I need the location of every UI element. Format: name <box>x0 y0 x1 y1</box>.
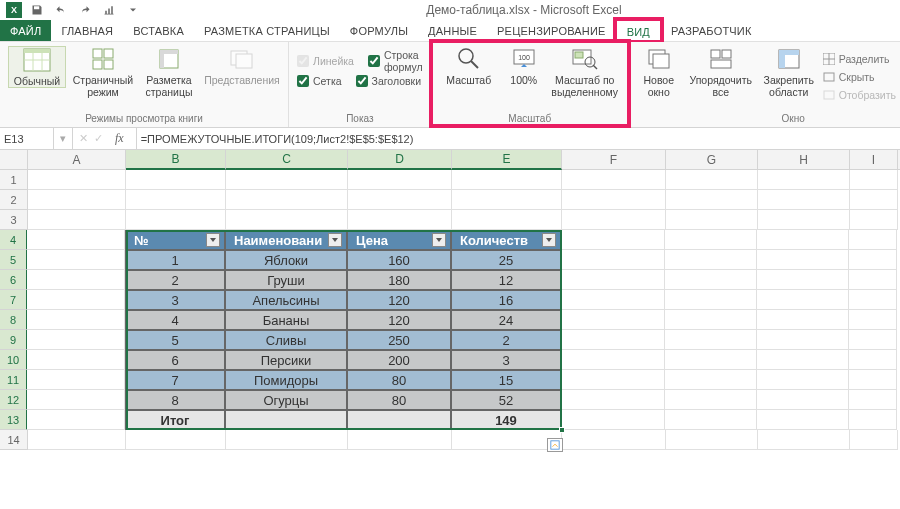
row-header-3[interactable]: 3 <box>0 210 28 230</box>
name-box[interactable]: E13 <box>0 128 54 149</box>
cell-D6[interactable]: 180 <box>347 270 451 290</box>
cell-D2[interactable] <box>348 190 452 210</box>
cell-A13[interactable] <box>27 410 125 430</box>
cell-A6[interactable] <box>27 270 125 290</box>
col-header-H[interactable]: H <box>758 150 850 169</box>
cell-I4[interactable] <box>849 230 897 250</box>
cell-G10[interactable] <box>665 350 757 370</box>
unhide-button[interactable]: Отобразить <box>823 86 896 104</box>
cell-F3[interactable] <box>562 210 666 230</box>
filter-arrow-icon[interactable] <box>328 233 342 247</box>
cell-F12[interactable] <box>561 390 665 410</box>
cell-C9[interactable]: Сливы <box>225 330 347 350</box>
cell-D3[interactable] <box>348 210 452 230</box>
cell-F2[interactable] <box>562 190 666 210</box>
col-header-I[interactable]: I <box>850 150 898 169</box>
cell-B4[interactable]: № <box>125 230 225 250</box>
cell-C5[interactable]: Яблоки <box>225 250 347 270</box>
cell-A7[interactable] <box>27 290 125 310</box>
cell-G4[interactable] <box>665 230 757 250</box>
cell-H6[interactable] <box>757 270 849 290</box>
cell-G5[interactable] <box>665 250 757 270</box>
cell-F6[interactable] <box>561 270 665 290</box>
cell-H1[interactable] <box>758 170 850 190</box>
custom-views-button[interactable]: Представления <box>204 46 280 86</box>
col-header-A[interactable]: A <box>28 150 126 169</box>
cell-A12[interactable] <box>27 390 125 410</box>
cell-C3[interactable] <box>226 210 348 230</box>
col-header-B[interactable]: B <box>126 150 226 170</box>
cell-D9[interactable]: 250 <box>347 330 451 350</box>
cell-B1[interactable] <box>126 170 226 190</box>
col-header-C[interactable]: C <box>226 150 348 170</box>
cell-I12[interactable] <box>849 390 897 410</box>
cell-A1[interactable] <box>28 170 126 190</box>
cell-I9[interactable] <box>849 330 897 350</box>
tab-home[interactable]: ГЛАВНАЯ <box>51 20 123 41</box>
tab-developer[interactable]: РАЗРАБОТЧИК <box>661 20 762 41</box>
cell-I1[interactable] <box>850 170 898 190</box>
cell-D7[interactable]: 120 <box>347 290 451 310</box>
cell-D12[interactable]: 80 <box>347 390 451 410</box>
cell-I13[interactable] <box>849 410 897 430</box>
tab-insert[interactable]: ВСТАВКА <box>123 20 194 41</box>
cell-C2[interactable] <box>226 190 348 210</box>
cell-I11[interactable] <box>849 370 897 390</box>
cancel-icon[interactable]: ✕ <box>79 132 88 145</box>
cell-B9[interactable]: 5 <box>125 330 225 350</box>
cell-D5[interactable]: 160 <box>347 250 451 270</box>
headings-checkbox[interactable]: Заголовки <box>356 72 422 90</box>
tab-review[interactable]: РЕЦЕНЗИРОВАНИЕ <box>487 20 616 41</box>
cell-C1[interactable] <box>226 170 348 190</box>
row-header-13[interactable]: 13 <box>0 410 28 430</box>
row-header-7[interactable]: 7 <box>0 290 28 310</box>
cell-C8[interactable]: Бананы <box>225 310 347 330</box>
cell-I3[interactable] <box>850 210 898 230</box>
cell-B3[interactable] <box>126 210 226 230</box>
cell-E10[interactable]: 3 <box>451 350 561 370</box>
freeze-panes-button[interactable]: Закрепить области <box>761 46 817 98</box>
cell-G9[interactable] <box>665 330 757 350</box>
row-header-10[interactable]: 10 <box>0 350 28 370</box>
cell-A2[interactable] <box>28 190 126 210</box>
cell-B2[interactable] <box>126 190 226 210</box>
cell-H8[interactable] <box>757 310 849 330</box>
tab-data[interactable]: ДАННЫЕ <box>418 20 487 41</box>
cell-B12[interactable]: 8 <box>125 390 225 410</box>
zoom-button[interactable]: Масштаб <box>440 46 498 86</box>
cell-F9[interactable] <box>561 330 665 350</box>
cell-G7[interactable] <box>665 290 757 310</box>
cell-A3[interactable] <box>28 210 126 230</box>
cell-I7[interactable] <box>849 290 897 310</box>
cell-C4[interactable]: Наименовани <box>225 230 347 250</box>
cell-E13[interactable]: 149 <box>451 410 561 430</box>
cell-H9[interactable] <box>757 330 849 350</box>
cell-D14[interactable] <box>348 430 452 450</box>
normal-view-button[interactable]: Обычный <box>8 46 66 88</box>
cell-I8[interactable] <box>849 310 897 330</box>
formula-input[interactable]: =ПРОМЕЖУТОЧНЫЕ.ИТОГИ(109;Лист2!$E$5:$E$1… <box>137 133 900 145</box>
cell-H3[interactable] <box>758 210 850 230</box>
cell-C10[interactable]: Персики <box>225 350 347 370</box>
cell-B5[interactable]: 1 <box>125 250 225 270</box>
cell-D1[interactable] <box>348 170 452 190</box>
select-all-corner[interactable] <box>0 150 28 169</box>
cell-G3[interactable] <box>666 210 758 230</box>
cell-E7[interactable]: 16 <box>451 290 561 310</box>
cell-A4[interactable] <box>27 230 125 250</box>
col-header-E[interactable]: E <box>452 150 562 170</box>
cell-B8[interactable]: 4 <box>125 310 225 330</box>
cell-I10[interactable] <box>849 350 897 370</box>
cell-F1[interactable] <box>562 170 666 190</box>
cell-B11[interactable]: 7 <box>125 370 225 390</box>
cell-E11[interactable]: 15 <box>451 370 561 390</box>
cell-C6[interactable]: Груши <box>225 270 347 290</box>
cell-B7[interactable]: 3 <box>125 290 225 310</box>
filter-arrow-icon[interactable] <box>542 233 556 247</box>
cell-E5[interactable]: 25 <box>451 250 561 270</box>
cell-B10[interactable]: 6 <box>125 350 225 370</box>
cell-G14[interactable] <box>666 430 758 450</box>
cell-F14[interactable] <box>562 430 666 450</box>
cell-G11[interactable] <box>665 370 757 390</box>
cell-H2[interactable] <box>758 190 850 210</box>
